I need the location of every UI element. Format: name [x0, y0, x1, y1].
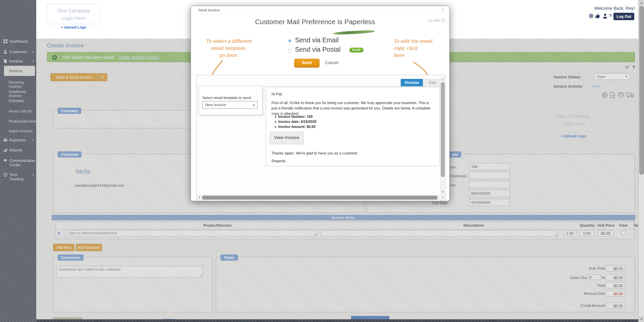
- unit-price-input[interactable]: [579, 230, 595, 236]
- scroll-left-arrow-icon[interactable]: ◄: [198, 196, 200, 198]
- person-icon: [3, 50, 7, 54]
- page-scrollbar[interactable]: ▲ ▼: [638, 0, 644, 322]
- sidebar-item-customers[interactable]: Customers ∨: [3, 50, 34, 54]
- sidebar-subitem-import-invoices[interactable]: Import Invoices: [9, 129, 35, 133]
- sidebar-subitem-recurring-invoices[interactable]: Recurring Invoices: [9, 80, 35, 88]
- save-send-invoice-button[interactable]: Save & Send Invoice: [50, 73, 98, 81]
- view-invoice-button[interactable]: View Invoice: [269, 132, 304, 144]
- sidebar-item-payments[interactable]: Payments ∨: [3, 138, 34, 142]
- company-logo-placeholder[interactable]: Your Company Logo Here: [47, 4, 100, 24]
- remove-row-icon[interactable]: ×: [58, 231, 60, 236]
- header-upload-logo-link[interactable]: + Upload Logo: [47, 25, 100, 29]
- sidebar-item-invoices[interactable]: Invoices ∧: [3, 59, 34, 63]
- sidebar-label-reports: Reports: [9, 148, 22, 152]
- description-textarea[interactable]: [321, 230, 558, 237]
- modal-cancel-link[interactable]: Cancel: [325, 60, 338, 65]
- invoice-number-input[interactable]: [469, 163, 510, 170]
- bullet-dot: [275, 116, 276, 118]
- panel-horizontal-scrollbar[interactable]: ◄ ►: [197, 195, 445, 199]
- subtotal-label: Sub-Total: [555, 266, 605, 270]
- tab-edit[interactable]: Edit: [423, 79, 442, 87]
- chevron-down-icon: ∨: [253, 101, 255, 108]
- modal-help-icon[interactable]: ?: [441, 8, 444, 12]
- invoice-date-input[interactable]: [469, 190, 510, 197]
- send-via-email-label: Send via Email: [295, 36, 339, 44]
- sidebar-item-dashboard[interactable]: Dashboard: [3, 39, 34, 44]
- globe-icon[interactable]: [601, 92, 608, 99]
- invoice-activity-view-link[interactable]: View: [591, 84, 600, 88]
- scroll-down-button[interactable]: ▼: [639, 316, 644, 322]
- subtotal-value: $0.00: [606, 265, 625, 271]
- sidebar-item-time-tracking[interactable]: Time Tracking ∨: [3, 173, 34, 181]
- send-via-postal-radio[interactable]: [288, 49, 292, 52]
- gear-icon[interactable]: [589, 13, 594, 20]
- po-optional-label-fragment: (Optional):: [450, 174, 467, 178]
- history-icon[interactable]: ↺: [625, 64, 629, 70]
- scroll-up-button[interactable]: ▲: [639, 0, 644, 6]
- col-quantity: Quantity: [580, 223, 595, 227]
- taxable-checkbox[interactable]: [622, 231, 626, 235]
- invoice-status-select[interactable]: Open ∨: [594, 73, 630, 80]
- logout-button[interactable]: Log Out: [613, 13, 634, 20]
- pdf-file-icon[interactable]: PDF: [609, 92, 615, 99]
- quantity-input[interactable]: [563, 230, 577, 236]
- sidebar-subitem-invoices-selected[interactable]: Invoices: [4, 66, 35, 76]
- due-date-input[interactable]: [469, 199, 510, 206]
- customer-name-link[interactable]: Pat Pat: [76, 169, 90, 174]
- email-greeting: Hi Pat,: [271, 92, 283, 96]
- thumbs-up-icon[interactable]: [595, 13, 600, 20]
- annotation-right-line2: copy, click: [394, 45, 437, 52]
- sidebar-subitem-estimates[interactable]: Estimates: [9, 99, 35, 103]
- sidebar-subitem-invoice-set-up[interactable]: Invoice Set Up: [9, 109, 35, 113]
- chevron-down-icon: ∨: [32, 158, 35, 163]
- help-question-icon[interactable]: ?: [609, 13, 612, 18]
- save-send-dropdown-button[interactable]: ▼: [98, 73, 107, 81]
- scroll-down-arrow-icon[interactable]: ▼: [442, 191, 444, 193]
- printer-icon[interactable]: [617, 92, 624, 99]
- sales-tax-rate-input[interactable]: [587, 274, 601, 280]
- product-service-textarea[interactable]: [66, 230, 317, 237]
- sidebar-item-communication-center[interactable]: Communication Center ∨: [3, 158, 34, 167]
- page-scrollbar-thumb[interactable]: [639, 6, 644, 175]
- upload-logo-link[interactable]: + Upload Logo: [547, 134, 600, 138]
- email-bullet-invoice-number: Invoice Number: 100: [278, 114, 313, 119]
- plus-plan-badge: PLUS: [349, 48, 363, 52]
- col-total: Total: [619, 223, 627, 227]
- truck-icon[interactable]: [626, 92, 634, 99]
- add-discount-button[interactable]: Add Discount: [76, 244, 102, 251]
- clock-icon: [3, 173, 7, 177]
- annotation-left-line1: To select a different: [204, 38, 253, 45]
- email-template-select[interactable]: New Invoice ∨: [202, 101, 258, 109]
- create-another-invoice-link[interactable]: Create another invoice.: [118, 55, 160, 60]
- col-description: Description: [463, 223, 484, 227]
- comments-textarea[interactable]: [56, 266, 203, 277]
- col-unit-price: Unit Price: [597, 223, 614, 227]
- scroll-right-arrow-icon[interactable]: ►: [442, 196, 444, 198]
- sidebar-label-customers: Customers: [9, 50, 27, 54]
- logo-placeholder-line2: Logo Here: [547, 120, 599, 127]
- credit-amount-label: Credit Amount: [555, 304, 605, 308]
- sales-rep-name-label-fragment: me:: [450, 183, 456, 187]
- tab-preview[interactable]: Preview: [401, 79, 423, 87]
- user-icon[interactable]: [603, 13, 607, 20]
- sidebar-label-invoices: Invoices: [9, 59, 23, 63]
- panel-hscroll-thumb[interactable]: [202, 196, 438, 199]
- sidebar-subitem-installment-invoices[interactable]: Installment Invoices: [9, 90, 35, 98]
- row-total-input[interactable]: [598, 230, 613, 236]
- email-template-value: New Invoice: [205, 103, 226, 107]
- send-via-email-radio[interactable]: [288, 39, 292, 43]
- scroll-up-arrow-icon[interactable]: ▲: [442, 78, 444, 81]
- panel-vscroll-thumb[interactable]: [441, 82, 445, 177]
- modal-send-invoice-button[interactable]: Send Invoice: [294, 59, 319, 67]
- sidebar-item-reports[interactable]: Reports: [3, 148, 34, 152]
- help-icon[interactable]: ?: [632, 65, 635, 70]
- modal-title: Send Invoice: [198, 8, 220, 12]
- po-number-input[interactable]: [469, 172, 510, 179]
- panel-vertical-scrollbar[interactable]: ▲ ▼: [440, 77, 445, 194]
- sales-rep-name-input[interactable]: [469, 181, 510, 188]
- email-preview: Hi Pat, First of all, I'd like to thank …: [266, 87, 440, 166]
- sidebar-subitem-products-services[interactable]: Products/Services: [9, 119, 35, 123]
- send-via-postal-label: Send via Postal: [295, 46, 341, 53]
- sidebar: Dashboard Customers ∨ Invoices ∧ Invoice…: [0, 0, 36, 322]
- add-item-button[interactable]: Add Item: [53, 244, 75, 251]
